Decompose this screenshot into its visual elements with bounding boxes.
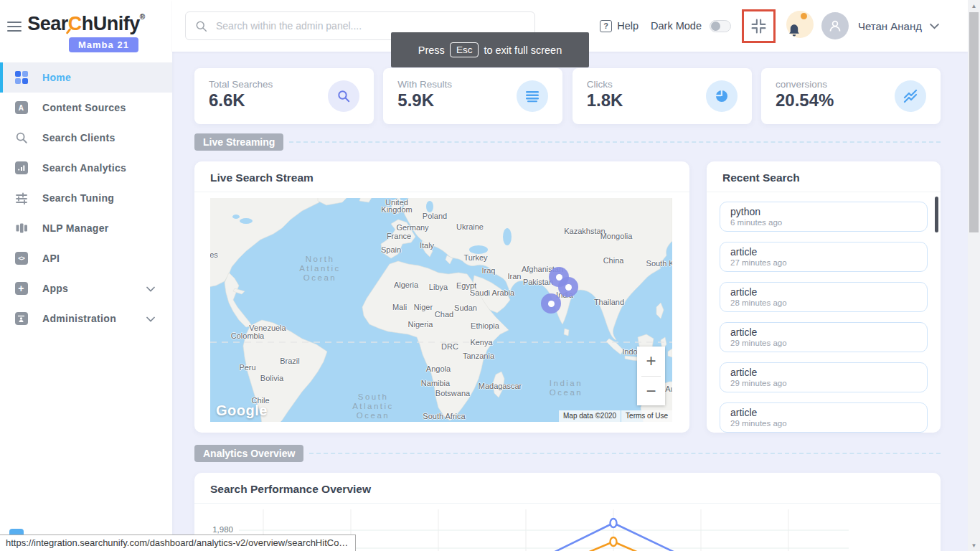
search-location-marker[interactable] — [558, 277, 578, 297]
app-logo: SearChUnify® — [0, 0, 172, 35]
esc-key-badge: Esc — [450, 42, 479, 57]
map-attribution: Map data ©2020 Terms of Use — [559, 410, 672, 422]
sidebar-item-label: Administration — [42, 313, 116, 324]
recent-search-list: python 6 minutes ago article 27 minutes … — [707, 192, 941, 433]
chart-point-orange — [611, 537, 617, 546]
zoom-in-button[interactable]: + — [637, 347, 665, 376]
registered-mark: ® — [140, 13, 145, 21]
panel-title: Live Search Stream — [194, 161, 689, 192]
toast-text: Press — [418, 44, 445, 56]
content-sources-icon: A — [14, 101, 28, 115]
chevron-down-icon — [146, 283, 155, 294]
sidebar-item-label: Home — [42, 72, 71, 83]
sidebar-item-search-analytics[interactable]: Search Analytics — [0, 153, 172, 183]
toggle-knob — [711, 22, 720, 31]
stat-card-clicks: Clicks 1.8K — [573, 68, 752, 124]
page-scrollbar[interactable]: ▲ ▼ — [968, 0, 980, 551]
search-tuning-icon — [14, 192, 28, 205]
results-list-icon — [517, 80, 548, 112]
compress-fullscreen-icon — [751, 19, 766, 34]
user-menu-chevron-icon[interactable] — [930, 23, 939, 29]
notification-dot — [801, 13, 807, 19]
map-landmasses — [210, 198, 672, 422]
stat-card-total-searches: Total Searches 6.6K — [194, 68, 374, 124]
section-divider — [289, 141, 941, 143]
sidebar-item-search-tuning[interactable]: Search Tuning — [0, 183, 172, 213]
terms-of-use-link[interactable]: Terms of Use — [621, 410, 672, 422]
section-analytics-overview: Analytics Overview — [194, 445, 941, 462]
search-query: article — [730, 407, 917, 418]
recent-search-item[interactable]: article 27 minutes ago — [720, 242, 928, 272]
section-live-streaming: Live Streaming — [194, 133, 941, 151]
logo-text: Sear — [27, 13, 68, 34]
sidebar-item-label: Content Sources — [42, 102, 126, 113]
dark-mode-toggle[interactable] — [710, 20, 731, 32]
admin-search-input[interactable] — [216, 20, 534, 32]
stat-card-conversions: conversions 20.54% — [761, 68, 941, 124]
main-content: Total Searches 6.6K With Results 5.9K Cl… — [172, 52, 968, 551]
search-analytics-icon — [14, 161, 28, 175]
section-badge: Analytics Overview — [194, 445, 303, 462]
toast-text: to exit full screen — [484, 44, 562, 56]
search-icon — [328, 80, 359, 112]
nlp-manager-icon — [14, 222, 28, 235]
recent-search-item[interactable]: article 29 minutes ago — [720, 362, 928, 392]
mouse-click-icon — [706, 80, 738, 112]
sidebar-item-administration[interactable]: Administration — [0, 303, 172, 334]
sidebar-nav: Home A Content Sources Search Clients Se… — [0, 62, 172, 334]
map-data-copyright: Map data ©2020 — [559, 410, 621, 422]
api-icon: <> — [14, 252, 28, 265]
search-query: article — [730, 246, 917, 258]
sidebar-item-nlp-manager[interactable]: NLP Manager — [0, 213, 172, 243]
avatar[interactable] — [821, 12, 849, 39]
notifications-button[interactable] — [783, 11, 814, 41]
recent-search-item[interactable]: python 6 minutes ago — [720, 202, 928, 232]
recent-search-item[interactable]: article 28 minutes ago — [720, 282, 928, 312]
scroll-down-arrow-icon[interactable]: ▼ — [968, 540, 980, 551]
sidebar-item-apps[interactable]: + Apps — [0, 273, 172, 303]
sidebar-item-label: Apps — [42, 283, 68, 294]
panel-title: Recent Search — [707, 161, 941, 192]
sidebar-item-api[interactable]: <> API — [0, 243, 172, 273]
stat-cards-row: Total Searches 6.6K With Results 5.9K Cl… — [194, 68, 941, 124]
recent-list-scrollbar[interactable] — [935, 197, 938, 232]
scrollbar-thumb[interactable] — [969, 12, 979, 232]
chevron-down-icon — [146, 313, 155, 324]
sidebar-item-home[interactable]: Home — [0, 62, 172, 93]
search-time: 6 minutes ago — [730, 218, 917, 227]
bell-icon — [786, 22, 803, 39]
sidebar-item-label: Search Analytics — [42, 162, 126, 174]
search-time: 29 minutes ago — [730, 379, 917, 387]
search-location-marker[interactable] — [541, 293, 561, 314]
search-query: article — [730, 367, 917, 378]
sidebar-item-label: Search Clients — [42, 132, 115, 143]
dark-mode-label: Dark Mode — [651, 20, 702, 32]
sidebar-item-label: NLP Manager — [42, 222, 109, 234]
scroll-up-arrow-icon[interactable]: ▲ — [968, 0, 980, 11]
search-query: python — [730, 206, 917, 217]
exit-fullscreen-button-highlighted[interactable] — [742, 9, 776, 43]
sidebar-item-content-sources[interactable]: A Content Sources — [0, 93, 172, 123]
user-name[interactable]: Четан Ананд — [858, 20, 922, 32]
google-logo: Google — [216, 402, 268, 419]
chart-point-blue — [611, 519, 617, 527]
search-query: article — [730, 286, 917, 298]
help-button[interactable]: ? Help — [600, 20, 639, 32]
logo-magnifier-icon: C — [68, 13, 82, 35]
recent-search-item[interactable]: article 29 minutes ago — [720, 402, 928, 433]
recent-search-item[interactable]: article 29 minutes ago — [720, 322, 928, 352]
sidebar: SearChUnify® Mamba 21 Home A Content Sou… — [0, 0, 172, 551]
version-badge: Mamba 21 — [69, 37, 138, 52]
browser-status-bar: https://integration.searchunify.com/dash… — [0, 534, 356, 551]
recent-search-card: Recent Search python 6 minutes ago artic… — [707, 161, 941, 433]
apps-icon: + — [14, 282, 28, 296]
hamburger-menu-icon[interactable] — [7, 19, 22, 34]
help-icon: ? — [600, 20, 612, 32]
zoom-out-button[interactable]: − — [637, 377, 665, 406]
search-time: 29 minutes ago — [730, 419, 917, 428]
trend-zigzag-icon — [895, 80, 926, 112]
sidebar-item-search-clients[interactable]: Search Clients — [0, 123, 172, 153]
fullscreen-toast: Press Esc to exit full screen — [391, 32, 589, 67]
world-map[interactable]: esUnitedKingdomPolandUkraineKazakhstanMo… — [210, 198, 672, 422]
search-query: article — [730, 326, 917, 338]
